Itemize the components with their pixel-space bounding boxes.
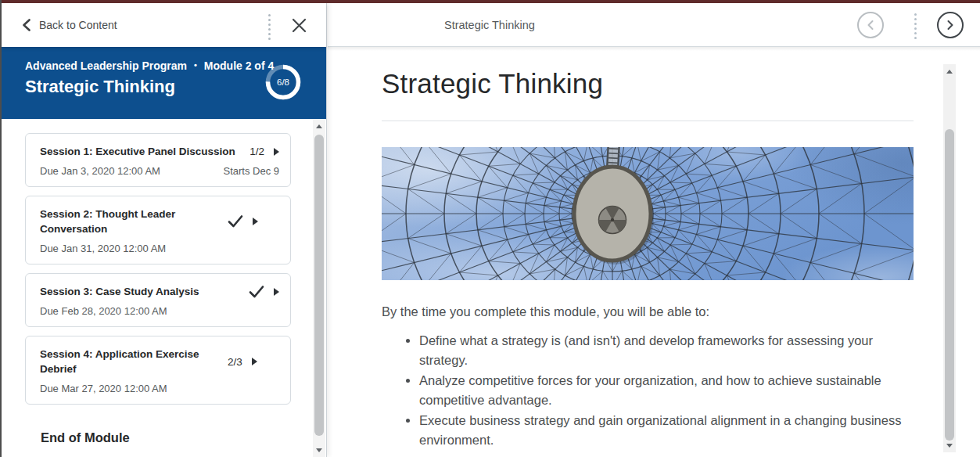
window-left-edge [0,0,2,457]
module-progress-ring: 6/8 [264,63,302,101]
separator-dot: • [194,60,197,70]
previous-topic-button[interactable] [857,12,884,38]
session-title: Session 2: Thought Leader Conversation [40,207,221,236]
content-body: Strategic Thinking [328,47,980,457]
caret-right-icon[interactable] [253,218,258,225]
caret-right-icon[interactable] [274,288,279,296]
session-title: Session 3: Case Study Analysis [40,284,242,299]
session-start-date: Starts Dec 9 [223,165,279,177]
topic-title: Strategic Thinking [444,3,535,47]
list-item: Define what a strategy is (and isn't) an… [419,331,914,370]
session-list: Session 1: Executive Panel Discussion 1/… [2,119,326,457]
session-card-1[interactable]: Session 1: Executive Panel Discussion 1/… [25,133,291,187]
session-due-date: Due Feb 28, 2020 12:00 AM [40,305,167,317]
session-progress: 2/3 [228,356,242,368]
scroll-up-arrow[interactable] [313,121,325,131]
glass-dome-photo [382,147,914,280]
next-topic-button[interactable] [937,12,964,38]
caret-right-icon[interactable] [252,358,257,365]
content-panel: Strategic Thinking Strategic Thinking [328,3,980,457]
module-sidebar: Back to Content Advanced Leadership Prog… [2,3,327,457]
caret-right-icon[interactable] [274,148,279,156]
scroll-down-arrow[interactable] [313,444,325,455]
intro-text: By the time you complete this module, yo… [382,304,914,319]
session-card-2[interactable]: Session 2: Thought Leader Conversation D… [25,196,291,264]
scrollbar-thumb[interactable] [945,129,954,441]
module-header: Advanced Leadership Program • Module 2 o… [2,47,326,119]
scrollbar-thumb[interactable] [314,135,324,436]
sidebar-topbar: Back to Content [2,3,326,47]
topbar-kebab-dots-icon[interactable] [914,13,917,39]
session-due-date: Due Jan 31, 2020 12:00 AM [40,243,166,254]
session-progress: 1/2 [249,146,264,157]
scroll-down-arrow[interactable] [943,440,956,451]
module-position: Module 2 of 4 [204,59,274,72]
session-title: Session 1: Executive Panel Discussion [40,144,243,159]
back-to-content-label: Back to Content [39,19,117,31]
module-progress-label: 6/8 [264,63,302,101]
list-item: Execute business strategy and gain organ… [419,411,914,450]
lms-content-viewer: Back to Content Advanced Leadership Prog… [0,0,980,457]
window-chrome-bar [0,0,980,3]
chevron-left-icon [866,20,875,31]
list-item: Analyze competitive forces for your orga… [419,371,914,410]
session-card-3[interactable]: Session 3: Case Study Analysis Due Feb 2… [25,273,291,327]
session-card-4[interactable]: Session 4: Application Exercise Debrief … [25,336,291,405]
objectives-list: Define what a strategy is (and isn't) an… [382,331,914,450]
session-due-date: Due Mar 27, 2020 12:00 AM [40,383,167,394]
document: Strategic Thinking [382,68,914,450]
back-to-content-button[interactable]: Back to Content [22,3,117,47]
checkmark-icon [249,285,264,299]
end-of-module-label: End of Module [41,430,290,445]
close-icon[interactable] [291,17,307,34]
content-scrollbar[interactable] [943,64,956,452]
chevron-right-icon [946,20,955,31]
session-title: Session 4: Application Exercise Debrief [40,347,221,376]
sidebar-kebab-dots-icon[interactable] [268,14,271,40]
content-topbar: Strategic Thinking [328,3,980,47]
program-name: Advanced Leadership Program [25,59,187,72]
chevron-left-icon [22,19,31,31]
title-divider [382,121,914,121]
sidebar-scrollbar[interactable] [313,119,325,457]
checkmark-icon [228,214,243,228]
session-due-date: Due Jan 3, 2020 12:00 AM [40,165,160,177]
page-title: Strategic Thinking [382,68,914,99]
scroll-up-arrow[interactable] [943,66,956,77]
